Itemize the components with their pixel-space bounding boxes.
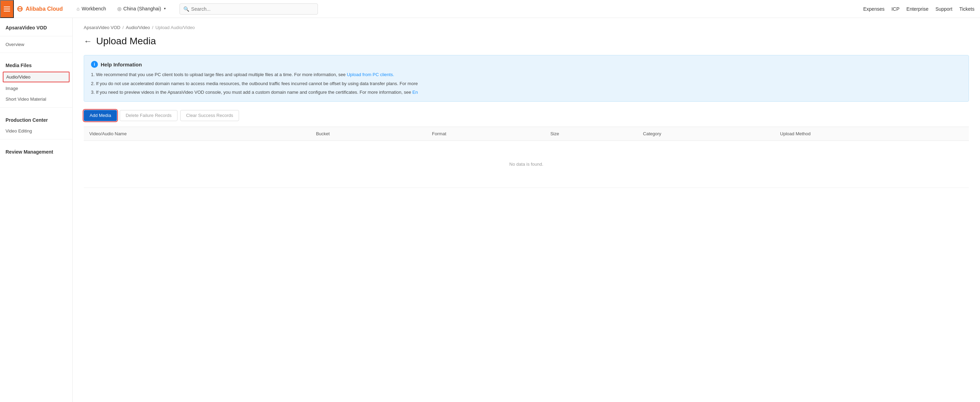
help-box-header: i Help Information	[91, 61, 962, 68]
region-label: China (Shanghai)	[124, 6, 161, 11]
en-link[interactable]: En	[412, 90, 418, 95]
sidebar-overview-label: Overview	[6, 42, 24, 47]
action-bar: Add Media Delete Failure Records Clear S…	[84, 110, 969, 121]
back-button[interactable]: ←	[84, 37, 92, 46]
help-line-3: 3. If you need to preview videos in the …	[91, 89, 962, 96]
breadcrumb: ApsaraVideo VOD / Audio/Video / Upload A…	[84, 25, 969, 30]
search-bar: 🔍	[180, 3, 318, 14]
breadcrumb-audio-video[interactable]: Audio/Video	[126, 25, 150, 30]
breadcrumb-sep-1: /	[123, 25, 124, 30]
workbench-label: Workbench	[82, 6, 106, 11]
add-media-button[interactable]: Add Media	[84, 110, 117, 121]
info-icon: i	[91, 61, 98, 68]
col-category: Category	[638, 127, 775, 140]
logo-text: Alibaba Cloud	[25, 6, 63, 12]
delete-failure-button[interactable]: Delete Failure Records	[120, 110, 177, 121]
table-header: Video/Audio Name Bucket Format Size Cate…	[84, 127, 969, 140]
sidebar-short-video-label: Short Video Material	[6, 97, 46, 102]
table-empty-row: No data is found.	[84, 140, 969, 187]
app-layout: ApsaraVideo VOD Overview Media Files Aud…	[0, 18, 980, 402]
sidebar-audio-video-label: Audio/Video	[6, 75, 30, 79]
sidebar-review-mgmt-header: Review Management	[0, 142, 72, 157]
sidebar-divider-2	[0, 52, 72, 53]
sidebar-divider-1	[0, 36, 72, 37]
sidebar-item-video-editing[interactable]: Video Editing	[0, 126, 72, 136]
help-box: i Help Information 1. We recommend that …	[84, 55, 969, 102]
sidebar: ApsaraVideo VOD Overview Media Files Aud…	[0, 18, 73, 402]
breadcrumb-vod[interactable]: ApsaraVideo VOD	[84, 25, 120, 30]
sidebar-collapse-button[interactable]: ‹	[72, 203, 73, 217]
sidebar-divider-3	[0, 107, 72, 108]
col-size: Size	[545, 127, 638, 140]
sidebar-video-editing-label: Video Editing	[6, 128, 32, 133]
page-title: Upload Media	[96, 36, 156, 47]
sidebar-item-image[interactable]: Image	[0, 83, 72, 94]
sidebar-app-title: ApsaraVideo VOD	[0, 18, 72, 33]
sidebar-item-overview[interactable]: Overview	[0, 39, 72, 50]
page-header: ← Upload Media	[84, 36, 969, 47]
tickets-link[interactable]: Tickets	[959, 6, 974, 12]
nav-links: ⌂ Workbench ◎ China (Shanghai) ▾	[71, 0, 171, 18]
table-body: No data is found.	[84, 140, 969, 187]
col-bucket: Bucket	[310, 127, 426, 140]
location-icon: ◎	[117, 6, 121, 11]
expenses-link[interactable]: Expenses	[863, 6, 884, 12]
sidebar-image-label: Image	[6, 86, 18, 91]
data-table: Video/Audio Name Bucket Format Size Cate…	[84, 127, 969, 188]
search-icon: 🔍	[183, 6, 189, 12]
table-empty-message: No data is found.	[84, 140, 969, 187]
help-line-1: 1. We recommend that you use PC client t…	[91, 71, 962, 78]
help-line-2: 2. If you do not use accelerated domain …	[91, 80, 962, 87]
col-video-name: Video/Audio Name	[84, 127, 310, 140]
sidebar-divider-4	[0, 139, 72, 140]
nav-right: Expenses ICP Enterprise Support Tickets	[863, 6, 974, 12]
sidebar-item-short-video[interactable]: Short Video Material	[0, 94, 72, 105]
enterprise-link[interactable]: Enterprise	[906, 6, 929, 12]
home-icon: ⌂	[77, 6, 80, 11]
help-box-title: Help Information	[101, 62, 142, 67]
pc-clients-link[interactable]: Upload from PC clients.	[347, 72, 395, 77]
sidebar-production-center-header: Production Center	[0, 110, 72, 126]
help-box-list: 1. We recommend that you use PC client t…	[91, 71, 962, 96]
col-format: Format	[426, 127, 545, 140]
col-upload-method: Upload Method	[775, 127, 969, 140]
top-nav: ⊖ Alibaba Cloud ⌂ Workbench ◎ China (Sha…	[0, 0, 980, 18]
logo: ⊖ Alibaba Cloud	[17, 5, 63, 13]
breadcrumb-sep-2: /	[152, 25, 154, 30]
workbench-nav-link[interactable]: ⌂ Workbench	[71, 0, 112, 18]
search-input[interactable]	[191, 6, 314, 12]
clear-success-button[interactable]: Clear Success Records	[180, 110, 239, 121]
hamburger-button[interactable]	[0, 0, 14, 18]
chevron-down-icon: ▾	[164, 6, 166, 10]
icp-link[interactable]: ICP	[891, 6, 899, 12]
region-nav-link[interactable]: ◎ China (Shanghai) ▾	[112, 0, 171, 18]
alibaba-logo-icon: ⊖	[17, 5, 23, 13]
sidebar-media-files-header: Media Files	[0, 56, 72, 71]
main-content: ApsaraVideo VOD / Audio/Video / Upload A…	[73, 18, 980, 402]
hamburger-icon	[4, 6, 10, 11]
sidebar-item-audio-video[interactable]: Audio/Video	[3, 72, 70, 82]
breadcrumb-current: Upload Audio/Video	[155, 25, 195, 30]
support-link[interactable]: Support	[935, 6, 952, 12]
